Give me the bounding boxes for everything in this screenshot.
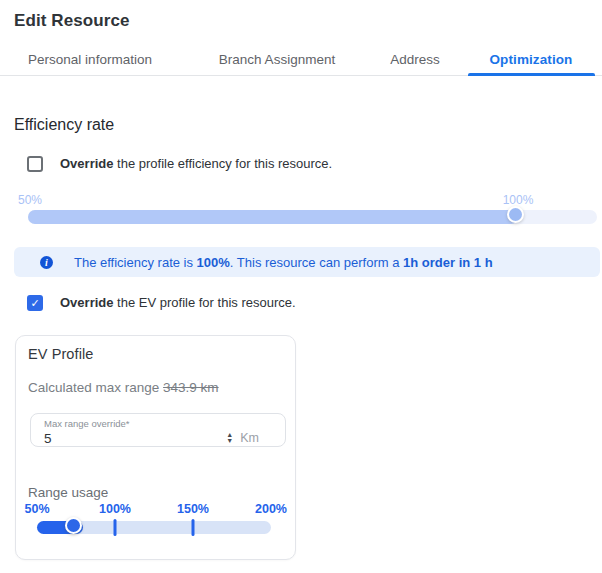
stepper-down-icon[interactable]: ▼ xyxy=(226,438,233,444)
calculated-max-range: Calculated max range 343.9 km xyxy=(28,379,283,396)
efficiency-info-banner: i The efficiency rate is 100%. This reso… xyxy=(14,247,600,277)
tab-branch-assignment[interactable]: Branch Assignment xyxy=(219,52,335,67)
efficiency-slider-value-label: 100% xyxy=(503,193,534,207)
range-slider-handle[interactable] xyxy=(65,517,82,534)
efficiency-slider-fill xyxy=(28,210,518,224)
override-ev-checkbox[interactable]: ✓ xyxy=(27,295,43,311)
efficiency-slider-min-label: 50% xyxy=(18,193,42,207)
max-range-override-label: Max range override* xyxy=(44,418,259,429)
efficiency-info-text: The efficiency rate is 100%. This resour… xyxy=(74,255,493,270)
tab-optimization[interactable]: Optimization xyxy=(490,52,573,67)
number-stepper: ▲ ▼ xyxy=(226,432,233,444)
efficiency-slider-handle[interactable] xyxy=(507,206,524,223)
tab-personal-information[interactable]: Personal information xyxy=(28,52,152,67)
calculated-max-range-value: 343.9 km xyxy=(163,380,219,395)
active-tab-underline xyxy=(468,73,595,76)
efficiency-rate-heading: Efficiency rate xyxy=(14,116,602,134)
override-ev-row: ✓ Override the EV profile for this resou… xyxy=(27,294,602,312)
override-efficiency-label: Override the profile efficiency for this… xyxy=(60,155,332,173)
max-range-override-input[interactable] xyxy=(44,431,226,446)
edit-resource-dialog: Edit Resource Personal information Branc… xyxy=(0,0,602,573)
range-slider-tick-150 xyxy=(192,519,195,536)
max-range-unit-label: Km xyxy=(240,431,259,445)
range-tick-label-100: 100% xyxy=(99,502,131,516)
efficiency-slider: 50% 100% xyxy=(0,193,602,235)
range-usage-slider: 50% 100% 150% 200% xyxy=(28,501,283,537)
page-title: Edit Resource xyxy=(14,11,602,31)
override-efficiency-checkbox[interactable] xyxy=(27,156,43,172)
tab-address[interactable]: Address xyxy=(390,52,440,67)
range-usage-label: Range usage xyxy=(28,485,283,501)
override-ev-label: Override the EV profile for this resourc… xyxy=(60,294,296,312)
override-efficiency-row: Override the profile efficiency for this… xyxy=(27,155,602,173)
info-icon: i xyxy=(40,256,53,269)
range-tick-label-50: 50% xyxy=(24,502,49,516)
range-slider-tick-100 xyxy=(114,519,117,536)
max-range-override-field[interactable]: Max range override* ▲ ▼ Km xyxy=(30,413,286,447)
tab-bar: Personal information Branch Assignment A… xyxy=(0,45,602,76)
ev-profile-card: EV Profile Calculated max range 343.9 km… xyxy=(15,335,296,560)
range-tick-label-200: 200% xyxy=(255,502,287,516)
check-icon: ✓ xyxy=(30,298,39,309)
ev-profile-title: EV Profile xyxy=(28,346,283,363)
range-tick-label-150: 150% xyxy=(177,502,209,516)
